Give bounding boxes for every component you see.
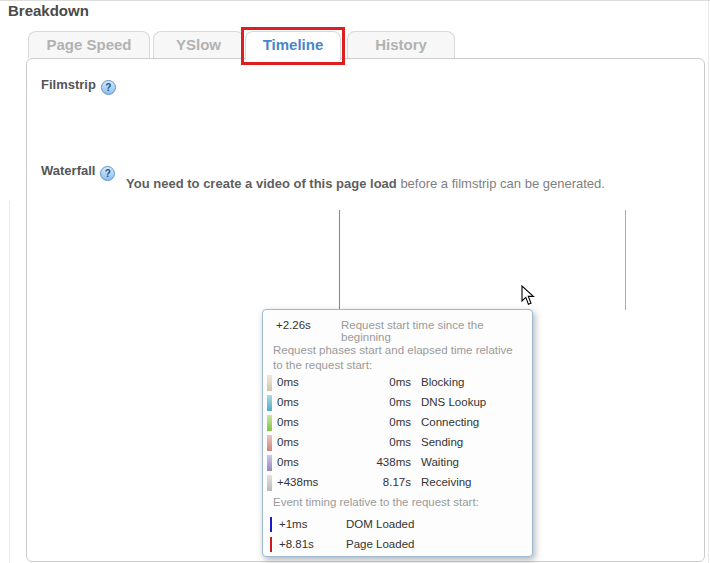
phase-label: Blocking — [421, 376, 464, 388]
tooltip-phase-row: 0ms0msSending — [263, 433, 532, 453]
tooltip-phases-heading: Request phases start and elapsed time re… — [273, 343, 523, 373]
blocking-swatch-icon — [267, 375, 272, 391]
help-icon[interactable]: ? — [101, 80, 116, 95]
tab-yslow[interactable]: YSlow — [153, 31, 244, 58]
phase-start: 0ms — [277, 436, 299, 448]
page-loaded-line — [625, 210, 626, 310]
tooltip-phase-row: 0ms0msConnecting — [263, 413, 532, 433]
tab-history[interactable]: History — [347, 31, 455, 58]
phase-label: Sending — [421, 436, 463, 448]
page-left-divider — [9, 201, 10, 563]
phase-elapsed: 0ms — [331, 436, 411, 448]
phase-start: 0ms — [277, 416, 299, 428]
dns-swatch-icon — [267, 395, 272, 411]
event-label: Page Loaded — [346, 538, 414, 550]
tooltip-events-heading: Event timing relative to the request sta… — [273, 496, 479, 508]
dom-line-swatch-icon — [270, 517, 272, 532]
page-line-swatch-icon — [270, 537, 272, 552]
tooltip-event-row: +1msDOM Loaded — [263, 515, 532, 535]
waterfall-section-label: Waterfall? — [41, 163, 115, 181]
tooltip-start-time: +2.26s — [276, 319, 311, 331]
phase-start: +438ms — [277, 476, 318, 488]
phase-label: Connecting — [421, 416, 479, 428]
tooltip-event-row: +8.81sPage Loaded — [263, 535, 532, 555]
tab-page-speed[interactable]: Page Speed — [28, 31, 150, 58]
page-title: Breakdown — [8, 2, 89, 19]
phase-start: 0ms — [277, 376, 299, 388]
event-time: +1ms — [279, 518, 307, 530]
phase-label: Receiving — [421, 476, 472, 488]
tooltip-phase-row: 0ms0msBlocking — [263, 373, 532, 393]
filmstrip-section-label: Filmstrip? — [41, 77, 116, 95]
tab-timeline[interactable]: Timeline — [245, 31, 341, 60]
phase-elapsed: 0ms — [331, 416, 411, 428]
phase-label: DNS Lookup — [421, 396, 486, 408]
phase-elapsed: 0ms — [331, 376, 411, 388]
phase-elapsed: 8.17s — [331, 476, 411, 488]
request-timing-tooltip: +2.26s Request start time since the begi… — [262, 309, 533, 557]
receiving-swatch-icon — [267, 475, 272, 491]
tooltip-phase-row: +438ms8.17sReceiving — [263, 473, 532, 493]
tooltip-phase-row: 0ms0msDNS Lookup — [263, 393, 532, 413]
event-label: DOM Loaded — [346, 518, 414, 530]
page-right-divider — [708, 1, 709, 563]
event-time: +8.81s — [279, 538, 314, 550]
breakdown-page: Breakdown HistoryTimelineYSlowPage Speed… — [0, 0, 710, 563]
phase-elapsed: 438ms — [331, 456, 411, 468]
waiting-swatch-icon — [267, 455, 272, 471]
tooltip-phase-row: 0ms438msWaiting — [263, 453, 532, 473]
filmstrip-notice: You need to create a video of this page … — [27, 176, 704, 191]
sending-swatch-icon — [267, 435, 272, 451]
tooltip-start-time-desc: Request start time since the beginning — [341, 319, 532, 343]
connecting-swatch-icon — [267, 415, 272, 431]
phase-elapsed: 0ms — [331, 396, 411, 408]
phase-label: Waiting — [421, 456, 459, 468]
phase-start: 0ms — [277, 396, 299, 408]
phase-start: 0ms — [277, 456, 299, 468]
help-icon[interactable]: ? — [100, 166, 115, 181]
